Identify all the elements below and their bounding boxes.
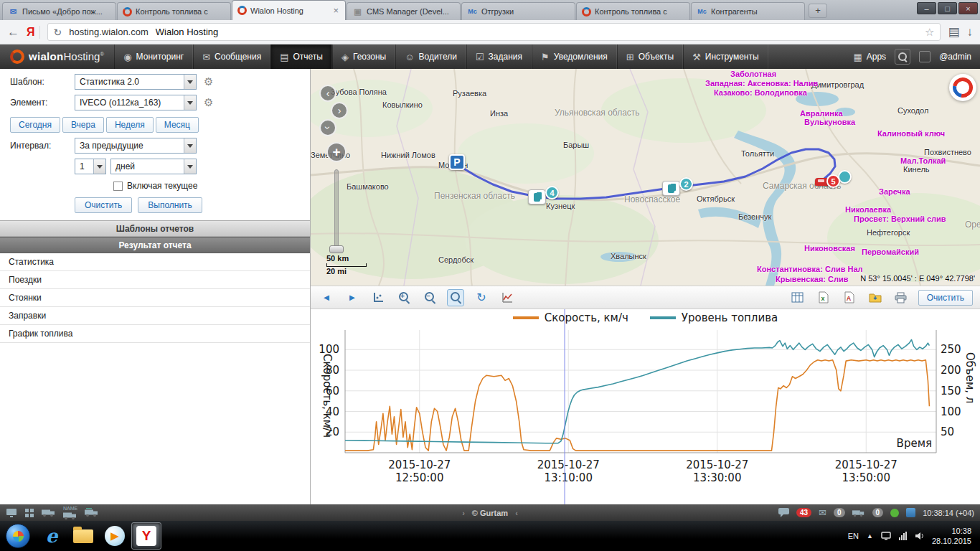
templates-section-header[interactable]: Шаблоны отчетов (0, 220, 310, 237)
map-back-button[interactable]: ‹ (319, 85, 336, 102)
nav-item-tools[interactable]: ⚒Инструменты (683, 44, 768, 69)
nav-item-reports[interactable]: ▤Отчеты (270, 44, 332, 69)
jobs-truck-icon[interactable] (852, 509, 865, 517)
interval-unit-select[interactable]: дней (110, 159, 197, 174)
chat-icon[interactable] (778, 508, 789, 517)
nav-item-messages[interactable]: ✉Сообщения (193, 44, 270, 69)
export-file-icon[interactable] (867, 289, 884, 306)
fuel-station-marker[interactable] (662, 181, 680, 196)
tray-expand-icon[interactable]: ▲ (867, 532, 873, 540)
truck-route-icon[interactable] (85, 508, 99, 517)
result-section-header[interactable]: Результат отчета (0, 237, 310, 253)
connection-status-icon[interactable] (890, 509, 899, 517)
back-button[interactable]: ← (7, 25, 19, 39)
execute-button[interactable]: Выполнить (138, 197, 202, 213)
clear-button[interactable]: Очистить (75, 197, 132, 213)
zoom-in-icon[interactable]: + (395, 289, 413, 306)
table-view-icon[interactable] (789, 289, 806, 306)
zoom-out-icon[interactable]: − (421, 289, 438, 306)
fuel-chart-panel[interactable]: Скорость, км/чУровень топлива 2040608010… (311, 309, 980, 504)
apps-button[interactable]: ▦ Apps (853, 52, 886, 62)
zoom-slider-handle[interactable] (329, 245, 344, 253)
zoom-slider-track[interactable] (334, 169, 339, 250)
period-button[interactable]: Неделя (106, 117, 154, 133)
period-button[interactable]: Вчера (62, 117, 104, 133)
report-section-item[interactable]: Стоянки (0, 289, 310, 307)
start-button[interactable] (6, 524, 30, 548)
refresh-chart-icon[interactable]: ↻ (473, 289, 490, 306)
reload-icon[interactable]: ↻ (54, 27, 62, 38)
nav-item-drivers[interactable]: ☺Водители (395, 44, 466, 69)
next-page-button[interactable]: ► (344, 289, 361, 306)
search-icon[interactable] (895, 49, 910, 65)
browser-tab[interactable]: McКонтрагенты (691, 2, 805, 20)
browser-tab[interactable]: McОтгрузки (461, 2, 575, 20)
map-down-button[interactable]: › (319, 119, 336, 136)
keyboard-layout[interactable]: EN (848, 532, 859, 540)
yandex-menu-button[interactable]: Я (27, 26, 40, 39)
report-section-item[interactable]: График топлива (0, 325, 310, 343)
browser-tab[interactable]: ▣CMS Manager (Devel... (347, 2, 461, 20)
apps-tray-icon[interactable] (906, 508, 915, 517)
fullscreen-icon[interactable] (919, 51, 930, 62)
clear-chart-button[interactable]: Очистить (918, 290, 973, 306)
report-section-item[interactable]: Статистика (0, 253, 310, 271)
truck-name-icon[interactable]: NAME (63, 506, 77, 520)
taskbar-explorer-icon[interactable] (68, 522, 98, 550)
copyright-label[interactable]: © Gurtam (472, 509, 508, 517)
downloads-icon[interactable]: ↓ (967, 25, 974, 39)
chart-canvas[interactable]: 20406080100501001502002502015-10-2712:50… (311, 309, 980, 504)
graph-settings-icon[interactable] (369, 289, 387, 306)
browser-tab[interactable]: Контроль топлива с (576, 2, 690, 20)
export-excel-icon[interactable]: x (815, 289, 832, 306)
print-icon[interactable] (892, 289, 910, 306)
zoom-box-icon[interactable] (447, 289, 464, 306)
export-pdf-icon[interactable]: A (841, 289, 858, 306)
event-count-marker[interactable]: 2 (679, 177, 693, 191)
parking-marker[interactable]: P (449, 154, 465, 170)
browser-tab[interactable]: Wialon Hosting× (232, 0, 346, 20)
trend-chart-icon[interactable] (499, 289, 516, 306)
map-panel[interactable]: Зубова ПолянаКовылкиноРузаевкаИнзаУльяно… (311, 69, 980, 286)
nav-item-monitoring[interactable]: ◉Мониторинг (114, 44, 193, 69)
user-menu[interactable]: @admin (939, 52, 971, 62)
template-settings-wrench-icon[interactable]: ⚙ (204, 75, 213, 88)
panel-collapse-left-icon[interactable]: › (462, 509, 465, 517)
new-tab-button[interactable]: + (809, 4, 827, 18)
taskbar-ie-icon[interactable]: e (37, 522, 67, 550)
reading-mode-icon[interactable]: ▤ (948, 24, 959, 39)
map-forward-button[interactable]: › (331, 102, 348, 119)
event-count-marker[interactable]: 5 (826, 174, 840, 188)
zoom-in-button[interactable]: + (326, 142, 347, 162)
interval-select[interactable]: За предыдущие (75, 138, 197, 154)
fuel-station-marker[interactable] (528, 189, 546, 204)
nav-item-units[interactable]: ⊞Объекты (617, 44, 683, 69)
period-button[interactable]: Месяц (156, 117, 199, 133)
prev-page-button[interactable]: ◄ (318, 289, 335, 306)
element-settings-wrench-icon[interactable]: ⚙ (204, 96, 213, 109)
template-select[interactable]: Статистика 2.0 (75, 74, 197, 90)
taskbar-media-player-icon[interactable]: ▶ (100, 522, 130, 550)
url-box[interactable]: ↻ hosting.wialon.com Wialon Hosting ☆ (47, 23, 941, 41)
include-current-checkbox[interactable] (113, 182, 123, 191)
modules-grid-icon[interactable] (24, 508, 34, 518)
window-minimize-button[interactable]: – (917, 2, 936, 14)
panel-collapse-right-icon[interactable]: ‹ (515, 509, 518, 517)
tab-close-icon[interactable]: × (331, 5, 340, 16)
report-section-item[interactable]: Поездки (0, 271, 310, 289)
event-count-marker[interactable]: 4 (545, 186, 559, 199)
network-icon[interactable] (899, 532, 907, 540)
interval-count-select[interactable]: 1 (75, 159, 106, 174)
tray-display-icon[interactable] (881, 532, 891, 540)
truck-group-icon[interactable] (42, 508, 56, 517)
element-select[interactable]: IVECO (о112ка_163) (75, 95, 197, 110)
nav-item-jobs[interactable]: ☑Задания (466, 44, 532, 69)
period-button[interactable]: Сегодня (10, 117, 60, 133)
nav-item-notifications[interactable]: ⚑Уведомления (532, 44, 617, 69)
monitor-icon[interactable] (6, 508, 17, 518)
mail-notify-icon[interactable]: ✉ (819, 507, 826, 518)
taskbar-clock[interactable]: 10:38 28.10.2015 (932, 526, 971, 547)
report-section-item[interactable]: Заправки (0, 307, 310, 325)
browser-tab[interactable]: Контроль топлива с (117, 2, 231, 20)
browser-tab[interactable]: ✉Письмо «Добро пож... (2, 2, 116, 20)
